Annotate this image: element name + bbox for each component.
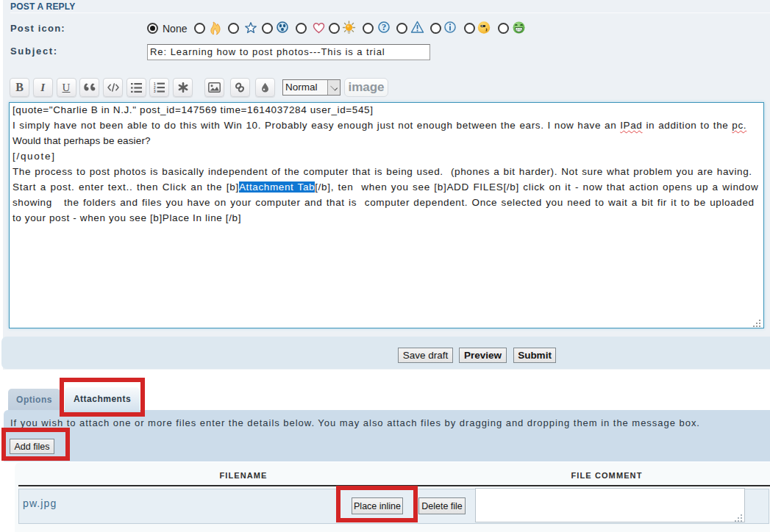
svg-text:3: 3 bbox=[154, 90, 156, 93]
svg-text:?: ? bbox=[382, 22, 386, 32]
svg-text:1: 1 bbox=[154, 82, 156, 86]
